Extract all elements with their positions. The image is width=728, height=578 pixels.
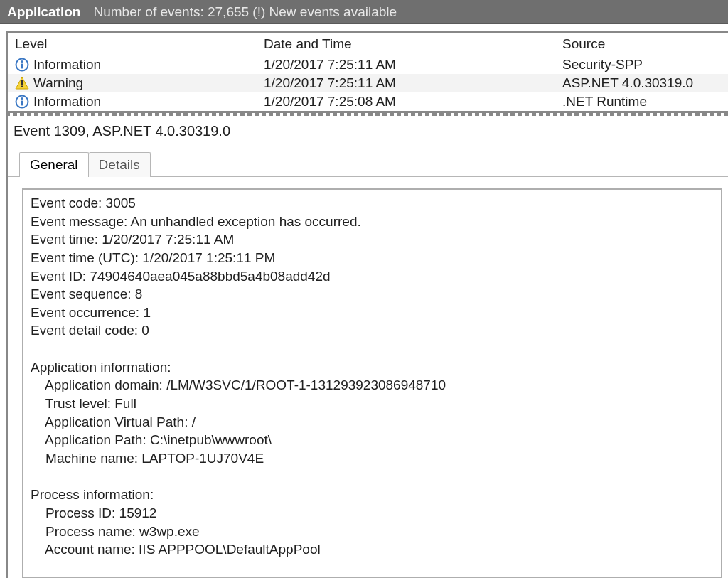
level-text: Warning xyxy=(33,75,83,91)
events-grid[interactable]: Level Date and Time Source Information1/… xyxy=(6,31,728,113)
date-cell: 1/20/2017 7:25:08 AM xyxy=(257,92,555,111)
details-pane: Event 1309, ASP.NET 4.0.30319.0 General … xyxy=(6,116,728,578)
date-cell: 1/20/2017 7:25:11 AM xyxy=(257,74,555,92)
svg-point-8 xyxy=(21,97,23,100)
event-count-label: Number of events: 27,655 (!) New events … xyxy=(93,4,397,20)
tabs: General Details xyxy=(8,152,728,177)
tab-general[interactable]: General xyxy=(19,152,89,177)
date-cell: 1/20/2017 7:25:11 AM xyxy=(257,55,555,75)
col-header-source[interactable]: Source xyxy=(555,33,728,55)
info-icon xyxy=(15,58,29,72)
table-row[interactable]: Warning1/20/2017 7:25:11 AMASP.NET 4.0.3… xyxy=(8,74,728,92)
table-row[interactable]: Information1/20/2017 7:25:08 AM.NET Runt… xyxy=(8,92,728,111)
col-header-level[interactable]: Level xyxy=(8,33,257,55)
svg-rect-7 xyxy=(21,101,23,106)
source-cell: .NET Runtime xyxy=(555,92,728,111)
event-viewer-window: Application Number of events: 27,655 (!)… xyxy=(0,0,728,578)
grid-header-row[interactable]: Level Date and Time Source xyxy=(8,33,728,55)
event-body[interactable]: Event code: 3005 Event message: An unhan… xyxy=(22,188,722,578)
svg-rect-5 xyxy=(21,86,23,87)
col-header-date[interactable]: Date and Time xyxy=(257,33,555,55)
source-cell: Security-SPP xyxy=(555,55,728,75)
table-row[interactable]: Information1/20/2017 7:25:11 AMSecurity-… xyxy=(8,55,728,75)
info-icon xyxy=(15,95,29,109)
title-bar: Application Number of events: 27,655 (!)… xyxy=(0,0,728,24)
source-cell: ASP.NET 4.0.30319.0 xyxy=(555,74,728,92)
event-heading: Event 1309, ASP.NET 4.0.30319.0 xyxy=(8,116,728,152)
svg-rect-4 xyxy=(21,80,23,85)
warning-icon xyxy=(15,76,29,90)
svg-rect-1 xyxy=(21,64,23,69)
level-text: Information xyxy=(33,57,101,73)
svg-point-2 xyxy=(21,60,23,63)
tab-details[interactable]: Details xyxy=(89,152,151,177)
level-text: Information xyxy=(33,94,101,109)
log-name: Application xyxy=(7,4,80,20)
